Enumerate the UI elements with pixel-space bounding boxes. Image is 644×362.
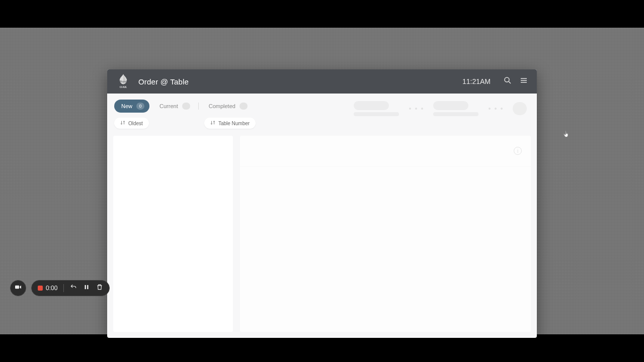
svg-rect-9 [88,285,89,289]
record-icon [38,286,43,291]
sort-oldest-chip[interactable]: Oldest [114,118,149,129]
recorder-controls: 0:00 [31,280,110,296]
hamburger-icon [519,76,528,87]
detail-header-skeleton [240,136,531,167]
info-icon[interactable]: i [514,147,522,155]
tab-count-badge [182,103,190,110]
camera-toggle-button[interactable] [10,280,26,296]
order-detail-panel: i [240,136,531,332]
search-icon [503,76,512,87]
sort-icon [210,120,215,126]
sort-label: Oldest [128,121,143,126]
svg-rect-7 [15,286,19,289]
sort-icon [120,120,125,126]
tab-count-badge: 0 [136,103,144,110]
video-camera-icon [14,283,22,293]
loading-skeleton-filters [354,100,527,118]
recording-indicator: 0:00 [38,285,57,292]
tab-label: New [121,103,132,109]
tab-new[interactable]: New 0 [114,100,149,113]
app-window: Royal OAK Order @ Table 11:21AM [107,69,537,338]
trash-icon [96,284,103,293]
pause-icon [83,284,90,293]
pause-button[interactable] [83,285,90,292]
letterbox-bottom [0,334,644,362]
tab-current[interactable]: Current [152,100,195,113]
tab-separator [198,103,199,110]
brand-logo: Royal OAK [113,71,133,92]
svg-rect-8 [85,285,86,289]
sort-label: Table Number [218,121,250,126]
delete-button[interactable] [96,285,103,292]
order-list-panel [113,136,233,332]
svg-point-2 [505,77,509,82]
desktop-background: Royal OAK Order @ Table 11:21AM [0,28,644,334]
tab-count-badge [239,103,248,110]
menu-button[interactable] [517,74,531,88]
svg-line-3 [509,81,511,83]
screen-recorder-toolbar: 0:00 [10,280,110,296]
separator [63,284,64,292]
tab-label: Current [159,103,178,109]
undo-icon [70,284,77,293]
svg-text:Royal: Royal [119,79,127,83]
app-title: Order @ Table [138,77,189,86]
search-button[interactable] [501,74,515,88]
clock-time: 11:21AM [462,77,491,85]
cursor-pointer-icon [562,130,571,138]
sort-controls: Oldest Table Number [107,117,537,134]
content-area: i [113,136,531,332]
app-header: Royal OAK Order @ Table 11:21AM [107,69,537,94]
tab-label: Completed [209,103,235,109]
restart-button[interactable] [70,285,77,292]
letterbox-top [0,0,644,28]
sort-table-number-chip[interactable]: Table Number [204,118,256,129]
svg-text:OAK: OAK [120,85,127,88]
tab-completed[interactable]: Completed [202,100,253,113]
recording-time: 0:00 [46,285,57,292]
